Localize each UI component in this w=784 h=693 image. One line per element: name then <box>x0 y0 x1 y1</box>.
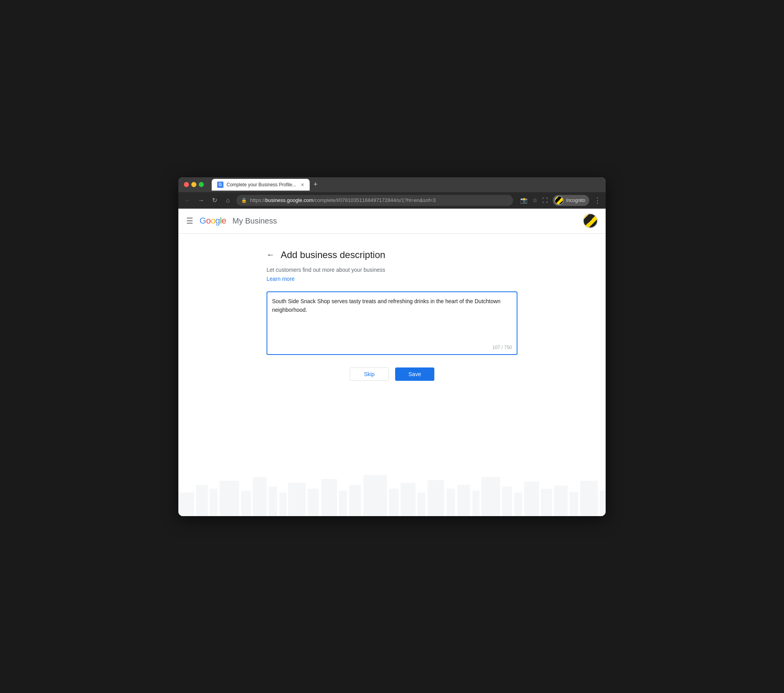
page-header: ← Add business description <box>267 249 517 260</box>
back-to-previous-button[interactable]: ← <box>267 250 274 259</box>
my-business-label: My Business <box>232 216 277 226</box>
toolbar-icons: 📸 ☆ ⛶ Incognito ⋮ <box>520 195 601 206</box>
svg-rect-22 <box>502 487 512 516</box>
gmb-header-left: ☰ Google My Business <box>186 216 277 226</box>
action-buttons: Skip Save <box>267 367 517 381</box>
svg-rect-9 <box>308 489 319 516</box>
main-content: ← Add business description Let customers… <box>178 234 606 516</box>
browser-window: G Complete your Business Profile... × + … <box>178 177 606 516</box>
svg-rect-6 <box>269 487 277 516</box>
address-bar: ← → ↻ ⌂ 🔒 https://business.google.com/co… <box>178 192 606 209</box>
gmb-header-right: ⁢⁢⁢ <box>577 213 598 228</box>
close-traffic-light[interactable] <box>184 182 189 187</box>
description-textarea-wrap: South Side Snack Shop serves tasty treat… <box>267 291 517 355</box>
google-logo: Google <box>200 216 226 226</box>
incognito-badge[interactable]: Incognito <box>553 195 589 206</box>
traffic-lights <box>184 182 204 187</box>
svg-rect-27 <box>570 492 578 516</box>
svg-rect-25 <box>541 489 552 516</box>
incognito-avatar <box>554 196 564 205</box>
cast-icon[interactable]: 📸 <box>520 197 528 204</box>
reload-icon: ↻ <box>212 196 217 204</box>
new-tab-button[interactable]: + <box>311 180 320 189</box>
forward-button[interactable]: → <box>196 196 206 205</box>
minimize-traffic-light[interactable] <box>191 182 196 187</box>
svg-rect-12 <box>349 485 361 516</box>
svg-rect-21 <box>481 477 500 516</box>
svg-rect-17 <box>428 480 444 516</box>
content-inner: ← Add business description Let customers… <box>255 249 529 381</box>
page-title: Add business description <box>281 249 385 260</box>
svg-rect-18 <box>446 489 455 516</box>
svg-rect-14 <box>389 489 399 516</box>
google-letter-o2: o <box>211 216 215 226</box>
svg-rect-1 <box>196 485 208 516</box>
cityscape-decoration <box>178 469 606 516</box>
google-letter-e: e <box>221 216 226 226</box>
svg-rect-28 <box>580 481 598 516</box>
browser-menu-button[interactable]: ⋮ <box>594 196 601 205</box>
incognito-label: Incognito <box>566 198 585 203</box>
maximize-traffic-light[interactable] <box>199 182 204 187</box>
lock-icon: 🔒 <box>241 198 247 203</box>
bookmark-icon[interactable]: ☆ <box>532 197 537 204</box>
forward-icon: → <box>198 197 204 204</box>
save-button[interactable]: Save <box>395 367 434 381</box>
home-icon: ⌂ <box>226 197 230 204</box>
svg-rect-8 <box>288 483 306 516</box>
svg-rect-26 <box>554 486 568 516</box>
gmb-header: ☰ Google My Business ⁢⁢⁢ <box>178 209 606 234</box>
char-count: 107 / 750 <box>492 345 512 350</box>
user-avatar[interactable] <box>583 213 598 228</box>
skip-button[interactable]: Skip <box>350 367 389 381</box>
svg-rect-4 <box>241 491 251 516</box>
tab-bar: G Complete your Business Profile... × + <box>212 179 320 191</box>
home-button[interactable]: ⌂ <box>223 196 232 205</box>
google-letter-o1: o <box>206 216 211 226</box>
google-letter-g: G <box>200 216 206 226</box>
page-subtitle: Let customers find out more about your b… <box>267 267 517 273</box>
active-tab[interactable]: G Complete your Business Profile... × <box>212 179 310 191</box>
learn-more-link[interactable]: Learn more <box>267 276 295 282</box>
tab-close-button[interactable]: × <box>301 182 304 188</box>
svg-rect-15 <box>401 483 416 516</box>
svg-rect-0 <box>178 493 194 516</box>
svg-rect-13 <box>363 475 387 516</box>
svg-rect-5 <box>253 477 267 516</box>
hamburger-menu[interactable]: ☰ <box>186 216 193 226</box>
description-textarea[interactable]: South Side Snack Shop serves tasty treat… <box>272 297 512 348</box>
svg-rect-20 <box>472 491 479 516</box>
svg-rect-19 <box>457 485 470 516</box>
reload-button[interactable]: ↻ <box>210 196 219 205</box>
title-bar: G Complete your Business Profile... × + <box>178 177 606 192</box>
back-button[interactable]: ← <box>183 196 192 205</box>
svg-rect-10 <box>321 479 337 516</box>
svg-rect-16 <box>417 493 425 516</box>
tab-title: Complete your Business Profile... <box>227 182 296 187</box>
svg-rect-29 <box>600 491 606 516</box>
svg-rect-2 <box>210 489 218 516</box>
svg-rect-23 <box>514 493 522 516</box>
svg-rect-24 <box>524 482 539 516</box>
tab-favicon: G <box>217 182 223 188</box>
svg-rect-7 <box>279 493 287 516</box>
google-letter-g2: g <box>215 216 220 226</box>
extensions-icon[interactable]: ⛶ <box>542 197 548 204</box>
back-icon: ← <box>185 197 191 204</box>
address-input[interactable]: 🔒 https://business.google.com/complete/l… <box>236 195 513 206</box>
url-text: https://business.google.com/complete/l/0… <box>250 197 508 203</box>
svg-rect-11 <box>339 491 347 516</box>
svg-rect-3 <box>220 481 239 516</box>
